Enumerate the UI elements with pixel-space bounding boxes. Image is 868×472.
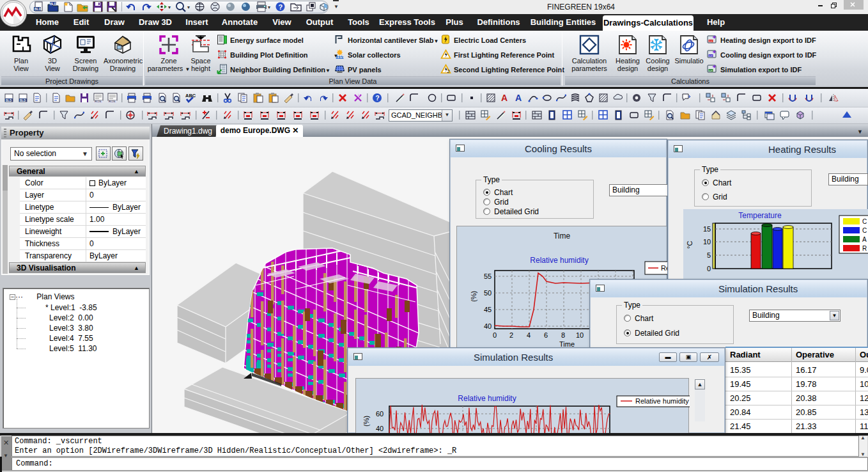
svg-text:IDF: IDF — [709, 55, 712, 58]
svg-text:IDF: IDF — [709, 40, 712, 43]
svg-text:4: 4 — [527, 331, 531, 339]
svg-text:R: R — [862, 245, 867, 252]
svg-text:Re: Re — [661, 264, 667, 272]
svg-text:5: 5 — [707, 251, 711, 259]
svg-text:10: 10 — [703, 238, 711, 246]
svg-text:(%): (%) — [362, 416, 370, 427]
svg-text:BLD: BLD — [35, 7, 42, 11]
svg-text:60: 60 — [376, 410, 384, 418]
svg-text:▾: ▾ — [168, 4, 171, 10]
svg-text:15: 15 — [703, 225, 711, 233]
svg-text:8: 8 — [561, 331, 565, 339]
svg-text:2: 2 — [509, 331, 513, 339]
svg-text:40: 40 — [376, 425, 384, 432]
svg-text:BLD: BLD — [50, 2, 57, 6]
svg-text:Relative humidity: Relative humidity — [635, 397, 689, 405]
svg-text:55: 55 — [484, 272, 492, 280]
svg-text:IDF: IDF — [709, 70, 712, 72]
svg-text:C: C — [862, 218, 867, 225]
svg-text:°C: °C — [686, 241, 694, 249]
svg-text:40: 40 — [484, 322, 492, 330]
svg-text:0: 0 — [707, 265, 711, 272]
svg-text:50: 50 — [484, 289, 492, 297]
svg-text:▾: ▾ — [268, 4, 270, 10]
svg-text:2: 2 — [447, 69, 450, 74]
svg-text:10: 10 — [576, 331, 584, 339]
svg-text:?: ? — [279, 3, 283, 11]
svg-text:▾: ▾ — [187, 4, 190, 10]
svg-text:6: 6 — [544, 331, 548, 339]
svg-text:0: 0 — [493, 331, 497, 339]
svg-text:(%): (%) — [470, 291, 477, 302]
svg-text:45: 45 — [484, 306, 492, 313]
svg-text:A: A — [862, 236, 867, 243]
svg-text:C: C — [862, 227, 867, 234]
